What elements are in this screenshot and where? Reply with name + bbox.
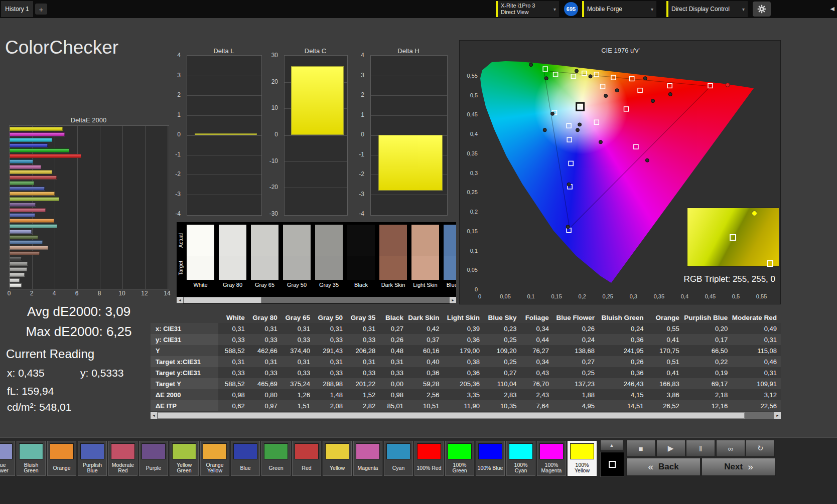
stop-button[interactable]: ■ bbox=[626, 440, 655, 457]
source-dropdown[interactable]: Mobile Forge ▾ bbox=[584, 1, 656, 17]
history-tab[interactable]: History 1 bbox=[1, 1, 33, 17]
table-cell: 110,04 bbox=[484, 378, 520, 389]
swatch-scrollbar[interactable]: ◄ ► bbox=[177, 297, 456, 303]
scroll-right-icon[interactable]: ► bbox=[450, 297, 456, 303]
table-cell: 0,33 bbox=[314, 367, 347, 378]
patch-button-moderate-red[interactable]: Moderate Red bbox=[108, 441, 137, 476]
loop-button[interactable]: ∞ bbox=[716, 440, 745, 457]
page-title: ColorChecker bbox=[5, 37, 118, 58]
back-button[interactable]: « Back bbox=[626, 458, 701, 476]
patch-button-blue[interactable]: Blue bbox=[231, 441, 260, 476]
table-cell: 201,22 bbox=[347, 378, 379, 389]
play-button[interactable]: ▶ bbox=[656, 440, 685, 457]
table-cell: 0,37 bbox=[407, 334, 444, 345]
patch-button-label: Purplish Blue bbox=[78, 460, 106, 475]
y-tick-label: 3 bbox=[361, 72, 364, 79]
de-bar-magenta bbox=[10, 165, 41, 169]
actual-row-label: Actual bbox=[178, 225, 185, 256]
patch-button-cyan[interactable]: Cyan bbox=[384, 441, 413, 476]
target-swatch-gray-35 bbox=[315, 256, 343, 280]
expand-up-button[interactable]: ▲ bbox=[600, 440, 623, 451]
column-header-moderate-red: Moderate Red bbox=[732, 312, 781, 323]
patch-button-100-green[interactable]: 100% Green bbox=[445, 441, 474, 476]
table-cell: 66,50 bbox=[683, 345, 732, 356]
add-tab-button[interactable]: + bbox=[35, 4, 47, 15]
patch-button-100-blue[interactable]: 100% Blue bbox=[476, 441, 505, 476]
patch-button-red[interactable]: Red bbox=[292, 441, 321, 476]
table-cell: 0,41 bbox=[647, 334, 683, 345]
meter-dropdown[interactable]: X-Rite i1Pro 3 Direct View ▾ bbox=[498, 1, 559, 17]
y-tick-label: 3 bbox=[177, 72, 181, 79]
patch-button-yellow-green[interactable]: Yellow Green bbox=[170, 441, 199, 476]
table-cell: 2,82 bbox=[347, 400, 379, 411]
table-cell: 0,31 bbox=[347, 356, 379, 367]
table-cell: 0,98 bbox=[379, 389, 407, 400]
patch-color-chip bbox=[325, 443, 349, 459]
collapse-panel-icon[interactable]: ◀ bbox=[830, 6, 834, 12]
y-tick-label: 0,45 bbox=[460, 111, 478, 117]
table-cell: 0,31 bbox=[282, 323, 314, 334]
y-tick-label: 0,5 bbox=[460, 92, 478, 98]
y-tick-label: 0,4 bbox=[460, 131, 478, 137]
column-header-purplish-blue: Purplish Blue bbox=[683, 312, 732, 323]
table-row-target-y-cie31: Target y:CIE310,330,330,330,330,330,330,… bbox=[151, 367, 781, 378]
patch-button-100-red[interactable]: 100% Red bbox=[414, 441, 444, 476]
reading-x: x: 0,435 bbox=[7, 367, 45, 379]
patch-button-purplish-blue[interactable]: Purplish Blue bbox=[78, 441, 107, 476]
actual-swatch-black bbox=[347, 225, 375, 256]
de-bar-100-red bbox=[10, 154, 81, 158]
table-scroll-thumb[interactable] bbox=[158, 412, 745, 419]
patch-button-blue-flower[interactable]: Blue Flower bbox=[0, 441, 15, 476]
patch-button-100-yellow[interactable]: 100% Yellow bbox=[568, 441, 597, 476]
table-cell: 138,68 bbox=[553, 345, 599, 356]
table-cell: 0,31 bbox=[249, 323, 282, 334]
y-tick-label: -10 bbox=[269, 157, 278, 164]
patch-button-yellow[interactable]: Yellow bbox=[323, 441, 352, 476]
display-control-dropdown[interactable]: Direct Display Control ▾ bbox=[668, 1, 748, 17]
patch-button-orange[interactable]: Orange bbox=[47, 441, 76, 476]
pattern-preview-tile[interactable] bbox=[600, 452, 624, 477]
scroll-left-icon[interactable]: ◄ bbox=[151, 412, 157, 419]
reading-count-badge[interactable]: 695 bbox=[564, 2, 578, 16]
y-tick-label: -3 bbox=[175, 191, 181, 198]
target-swatch-gray-80 bbox=[219, 256, 246, 280]
back-button-label: Back bbox=[658, 462, 679, 472]
table-scrollbar[interactable]: ◄ ► bbox=[151, 412, 781, 419]
column-header-black: Black bbox=[379, 312, 407, 323]
table-cell: 0,00 bbox=[379, 378, 407, 389]
table-row-x-cie31: x: CIE310,310,310,310,310,310,270,420,39… bbox=[151, 323, 781, 334]
y-tick-label: 0 bbox=[460, 286, 478, 292]
patch-button-bluish-green[interactable]: Bluish Green bbox=[17, 441, 46, 476]
patch-color-chip bbox=[539, 443, 564, 459]
x-tick-label: 0,25 bbox=[603, 293, 613, 299]
patch-button-green[interactable]: Green bbox=[261, 441, 291, 476]
patch-button-100-magenta[interactable]: 100% Magenta bbox=[537, 441, 566, 476]
swatch-scroll-thumb[interactable] bbox=[184, 297, 261, 303]
repeat-button[interactable]: ↻ bbox=[746, 440, 775, 457]
patch-button-label: Green bbox=[262, 460, 290, 475]
table-cell: 115,08 bbox=[732, 345, 781, 356]
next-button[interactable]: Next » bbox=[702, 458, 776, 476]
patch-button-orange-yellow[interactable]: Orange Yellow bbox=[200, 441, 229, 476]
y-tick-label: 1 bbox=[361, 111, 364, 118]
target-swatch-white bbox=[187, 256, 214, 280]
scroll-left-icon[interactable]: ◄ bbox=[177, 297, 183, 303]
y-tick-label: 4 bbox=[361, 52, 364, 59]
swatch-name: White bbox=[187, 282, 214, 288]
actual-swatch-blue-sky bbox=[444, 225, 456, 256]
swatch-name: Gray 80 bbox=[219, 282, 246, 288]
patch-button-magenta[interactable]: Magenta bbox=[353, 441, 382, 476]
table-cell: 7,64 bbox=[520, 400, 552, 411]
patch-button-purple[interactable]: Purple bbox=[139, 441, 168, 476]
pause-button[interactable]: ‖ bbox=[686, 440, 715, 457]
x-tick-label: 10 bbox=[118, 290, 125, 297]
de-bar-bluish-green bbox=[10, 224, 57, 228]
table-cell: 1,88 bbox=[553, 389, 599, 400]
patch-button-100-cyan[interactable]: 100% Cyan bbox=[506, 441, 535, 476]
actual-swatch-gray-65 bbox=[251, 225, 278, 256]
table-cell: 0,31 bbox=[732, 334, 781, 345]
settings-button[interactable] bbox=[753, 2, 771, 17]
gridline bbox=[145, 126, 146, 289]
scroll-right-icon[interactable]: ► bbox=[774, 412, 781, 419]
table-cell: 2,18 bbox=[683, 389, 732, 400]
